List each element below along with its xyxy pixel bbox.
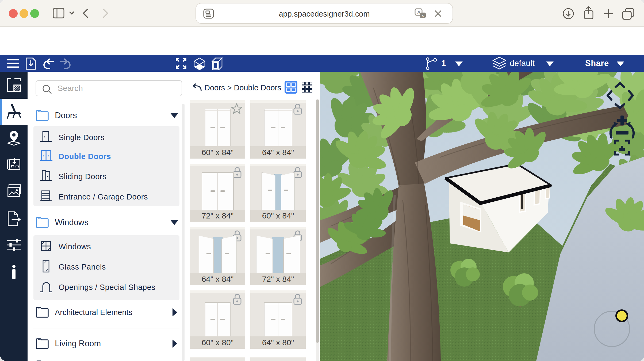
forward-button[interactable] [102, 7, 110, 20]
subcategory-sliding-doors[interactable]: Sliding Doors [40, 168, 174, 185]
category-label: Doors [55, 111, 77, 120]
sidebar-item-settings[interactable] [0, 232, 28, 259]
category-label: Windows [55, 218, 89, 227]
undo-icon[interactable] [42, 58, 55, 71]
version-branch-icon[interactable] [424, 57, 438, 71]
category-partial[interactable] [36, 358, 182, 361]
doors-group: Single Doors Double Doors Sliding Doors … [33, 126, 179, 206]
sidebar-item-export[interactable] [0, 206, 28, 232]
product-card[interactable]: 64" x 84" [190, 227, 245, 285]
version-number[interactable]: 1 [441, 59, 446, 68]
location-pin-icon [6, 130, 21, 147]
subcategory-label: Openings / Special Shapes [59, 283, 155, 292]
sliding-door-icon [40, 170, 55, 183]
box-view-icon[interactable] [211, 57, 223, 71]
product-size-label: 60" x 84" [190, 146, 245, 159]
products-scrollbar-thumb[interactable] [316, 99, 319, 343]
svg-text:x: x [422, 13, 424, 17]
isometric-view-icon[interactable] [193, 57, 206, 71]
folder-icon [36, 307, 49, 318]
category-living-room[interactable]: Living Room [36, 336, 182, 352]
subcategory-windows[interactable]: Windows [40, 238, 174, 255]
product-size-label: 64" x 84" [190, 273, 245, 285]
product-size-label: 60" x 84" [250, 210, 306, 222]
tab-overview-icon[interactable] [622, 7, 635, 21]
redo-icon[interactable] [59, 58, 72, 71]
product-card-partial [190, 357, 245, 361]
subcategory-label: Double Doors [59, 152, 111, 161]
search-box[interactable] [36, 80, 182, 96]
category-architectural-elements[interactable]: Architectural Elements [36, 304, 182, 320]
product-card[interactable]: 72" x 84" [190, 164, 245, 222]
catalog-panel: Doors Single Doors Double Doors Slid [28, 72, 186, 361]
product-card[interactable]: 64" x 84" [250, 100, 306, 159]
share-button[interactable]: Share [585, 59, 609, 68]
sidebar-item-furniture[interactable] [0, 99, 28, 125]
double-door-icon [40, 149, 55, 163]
subcategory-entrance-garage-doors[interactable]: Entrance / Garage Doors [40, 188, 174, 205]
product-card[interactable]: 64" x 80" [250, 290, 306, 349]
save-icon[interactable] [25, 57, 36, 71]
share-icon[interactable] [582, 6, 595, 21]
chevron-right-icon [172, 340, 177, 348]
window-icon [40, 240, 55, 253]
info-icon [11, 264, 17, 280]
category-doors[interactable]: Doors [36, 107, 182, 124]
breadcrumb: Doors > Double Doors [204, 83, 281, 92]
downloads-icon[interactable] [562, 7, 574, 21]
sidebar-item-gallery[interactable] [0, 178, 28, 205]
close-icon[interactable] [433, 9, 443, 20]
adjustments-icon [6, 238, 21, 253]
windows-group: Windows Glass Panels Openings / Special … [33, 235, 179, 300]
viewport-3d[interactable] [320, 72, 644, 361]
product-card[interactable]: 60" x 84" [250, 164, 306, 222]
url-bar[interactable]: app.spacedesigner3d.com Ax [195, 3, 453, 24]
subcategory-openings[interactable]: Openings / Special Shapes [40, 279, 174, 296]
products-header: Doors > Double Doors [186, 80, 320, 97]
folder-icon [36, 110, 49, 121]
sidebar-toggle-icon[interactable] [52, 7, 65, 20]
share-caret-icon[interactable] [617, 62, 624, 66]
grid-view-small-button[interactable] [301, 81, 313, 94]
window-zoom-button[interactable] [30, 9, 39, 18]
product-card[interactable]: 72" x 84" [250, 227, 306, 285]
product-card[interactable]: 60" x 80" [190, 290, 245, 349]
main-toolbar: 1 default Share [0, 55, 644, 72]
translate-icon[interactable]: Ax [415, 8, 426, 21]
sidebar-item-floor-plan[interactable] [0, 72, 28, 99]
app-header: SPACE DESIGNER 3D [0, 27, 644, 55]
catalog-scrollbar[interactable] [182, 104, 185, 361]
back-button[interactable] [81, 7, 89, 20]
sidebar-item-blueprint[interactable] [0, 152, 28, 178]
menu-icon[interactable] [6, 59, 19, 69]
product-card[interactable]: 60" x 84" [190, 100, 245, 159]
sidebar-item-info[interactable] [0, 259, 28, 285]
version-caret-icon[interactable] [455, 62, 463, 66]
back-icon[interactable] [191, 83, 203, 94]
fullscreen-icon[interactable] [175, 57, 187, 70]
new-tab-icon[interactable] [602, 7, 615, 21]
subcategory-double-doors[interactable]: Double Doors [40, 148, 174, 165]
product-size-label: 64" x 84" [250, 146, 306, 159]
gallery-icon [6, 184, 21, 199]
window-minimize-button[interactable] [20, 9, 28, 18]
chevron-down-icon [170, 220, 178, 225]
search-input[interactable] [57, 82, 175, 95]
subcategory-single-doors[interactable]: Single Doors [40, 129, 174, 146]
url-text[interactable]: app.spacedesigner3d.com [196, 3, 453, 24]
window-close-button[interactable] [9, 9, 18, 18]
sidebar-item-location[interactable] [0, 125, 28, 152]
folder-icon [36, 217, 49, 228]
layer-caret-icon[interactable] [546, 62, 554, 66]
layer-name[interactable]: default [510, 59, 535, 68]
category-label: Living Room [55, 339, 101, 348]
subcategory-glass-panels[interactable]: Glass Panels [40, 258, 174, 275]
category-windows[interactable]: Windows [36, 214, 182, 231]
subcategory-label: Windows [59, 242, 91, 251]
chevron-right-icon [172, 308, 177, 316]
layers-icon[interactable] [492, 56, 507, 72]
export-file-icon [7, 211, 21, 227]
subcategory-label: Glass Panels [59, 263, 106, 271]
sidebar-chevron-icon[interactable] [68, 11, 75, 16]
grid-view-large-button[interactable] [285, 81, 297, 94]
